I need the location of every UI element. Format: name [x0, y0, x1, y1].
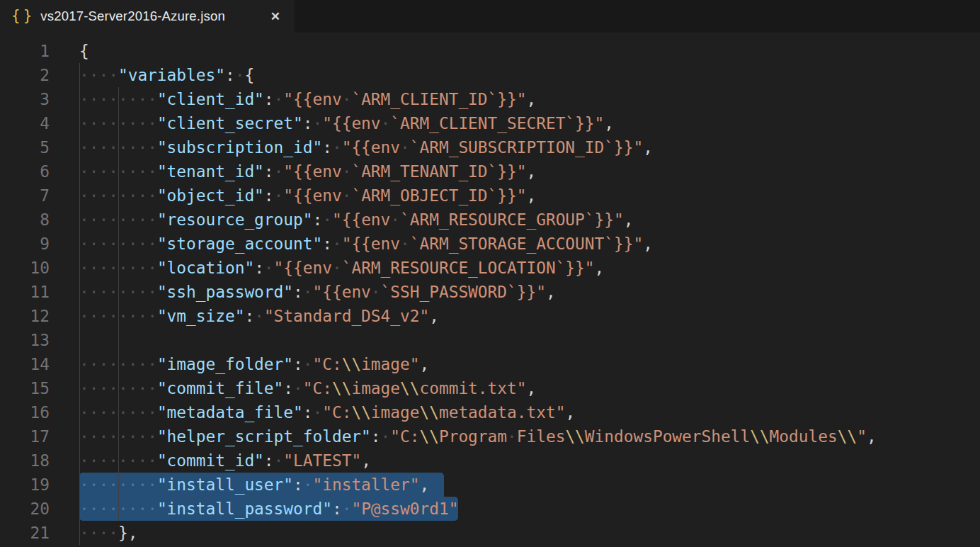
line-number[interactable]: 10: [0, 256, 50, 280]
tab-vs2017-server2016-azure-json[interactable]: {} vs2017-Server2016-Azure.json ✕: [0, 0, 295, 33]
line-number[interactable]: 15: [0, 376, 50, 400]
whitespace-dot: ·: [89, 307, 99, 325]
token: "{{env: [342, 138, 400, 157]
code-line[interactable]: 3········"client_id":·"{{env·`ARM_CLIENT…: [0, 87, 980, 111]
code-line[interactable]: 20········"install_password":·"P@ssw0rd1…: [0, 497, 980, 521]
line-number[interactable]: 8: [0, 208, 50, 232]
code-line[interactable]: 8········"resource_group":·"{{env·`ARM_R…: [0, 208, 980, 232]
line-number[interactable]: 11: [0, 280, 50, 304]
token: ,: [419, 475, 429, 494]
token: ,: [429, 307, 439, 325]
line-number[interactable]: 7: [0, 184, 50, 208]
whitespace-dot: ·: [79, 427, 89, 446]
whitespace-dot: ·: [89, 138, 99, 157]
code-line[interactable]: 5········"subscription_id":·"{{env·`ARM_…: [0, 135, 980, 159]
token: "install_password": [157, 500, 332, 518]
line-number[interactable]: 3: [0, 87, 50, 111]
code-line[interactable]: 1{: [0, 39, 980, 63]
whitespace-dot: ·: [274, 90, 284, 108]
whitespace-dot: ·: [312, 403, 322, 422]
line-number[interactable]: 1: [0, 39, 50, 63]
line-number[interactable]: 6: [0, 159, 50, 184]
code-line[interactable]: 7········"object_id":·"{{env·`ARM_OBJECT…: [0, 184, 980, 208]
whitespace-dot: ·: [147, 186, 157, 205]
token: :: [293, 475, 303, 494]
whitespace-dot: ·: [98, 114, 108, 132]
whitespace-dot: ·: [79, 90, 89, 108]
line-number[interactable]: 21: [0, 521, 50, 545]
code-line[interactable]: 11········"ssh_password":·"{{env·`SSH_PA…: [0, 280, 980, 304]
line-number[interactable]: 18: [0, 449, 50, 473]
close-tab-icon[interactable]: ✕: [270, 9, 280, 24]
line-number[interactable]: 4: [0, 111, 50, 135]
code-line[interactable]: 6········"tenant_id":·"{{env·`ARM_TENANT…: [0, 159, 980, 184]
code-line[interactable]: 21····},: [0, 521, 980, 545]
whitespace-dot: ·: [137, 210, 147, 229]
line-number[interactable]: 2: [0, 63, 50, 87]
line-number[interactable]: 19: [0, 473, 50, 497]
whitespace-dot: ·: [332, 235, 342, 253]
whitespace-dot: ·: [98, 500, 108, 518]
line-number[interactable]: 9: [0, 232, 50, 256]
code-line[interactable]: 12········"vm_size":·"Standard_DS4_v2",: [0, 304, 980, 328]
whitespace-dot: ·: [98, 355, 108, 373]
token: \\: [342, 355, 361, 373]
token: `ARM_RESOURCE_LOCATION`}}": [342, 259, 595, 277]
token: :: [264, 451, 274, 470]
whitespace-dot: ·: [89, 524, 99, 542]
whitespace-dot: ·: [108, 186, 118, 205]
line-number[interactable]: 12: [0, 304, 50, 328]
whitespace-dot: ·: [108, 114, 118, 132]
whitespace-dot: ·: [108, 451, 118, 470]
whitespace-dot: ·: [118, 210, 128, 229]
line-number[interactable]: 20: [0, 497, 50, 521]
whitespace-dot: ·: [108, 427, 118, 446]
whitespace-dot: ·: [108, 307, 118, 325]
token: :: [371, 427, 381, 446]
code-line[interactable]: 14········"image_folder":·"C:\\image",: [0, 352, 980, 376]
token: "resource_group": [157, 210, 313, 229]
code-text: ········"helper_script_folder":·"C:\\Pro…: [79, 424, 877, 449]
whitespace-dot: ·: [147, 500, 157, 518]
whitespace-dot: ·: [128, 475, 138, 494]
line-number[interactable]: 5: [0, 135, 50, 159]
code-line[interactable]: 4········"client_secret":·"{{env·`ARM_CL…: [0, 111, 980, 135]
whitespace-dot: ·: [137, 500, 147, 518]
whitespace-dot: ·: [128, 90, 138, 108]
code-line[interactable]: 15········"commit_file":·"C:\\image\\com…: [0, 376, 980, 400]
token: :: [322, 235, 332, 253]
token: `ARM_OBJECT_ID`}}": [351, 186, 526, 205]
code-line[interactable]: 10········"location":·"{{env·`ARM_RESOUR…: [0, 256, 980, 280]
whitespace-dot: ·: [137, 379, 147, 397]
line-number[interactable]: 13: [0, 328, 50, 352]
line-number[interactable]: 16: [0, 400, 50, 424]
code-line[interactable]: 18········"commit_id":·"LATEST",: [0, 449, 980, 473]
code-line[interactable]: 13: [0, 328, 980, 352]
token: "metadata_file": [157, 403, 303, 422]
line-number[interactable]: 14: [0, 352, 50, 376]
whitespace-dot: ·: [118, 355, 128, 373]
whitespace-dot: ·: [79, 259, 89, 277]
code-line[interactable]: 16········"metadata_file":·"C:\\image\\m…: [0, 400, 980, 424]
token: "client_secret": [157, 114, 303, 132]
token: ,: [526, 90, 536, 108]
token: "{{env: [332, 210, 390, 229]
whitespace-dot: ·: [118, 186, 128, 205]
whitespace-dot: ·: [108, 138, 118, 157]
whitespace-dot: ·: [128, 355, 138, 373]
code-line[interactable]: 9········"storage_account":·"{{env·`ARM_…: [0, 232, 980, 256]
whitespace-dot: ·: [89, 283, 99, 301]
whitespace-dot: ·: [98, 427, 108, 446]
code-line[interactable]: 2····"variables":·{: [0, 63, 980, 87]
token: `ARM_TENANT_ID`}}": [351, 162, 526, 181]
token: ,: [361, 451, 371, 470]
line-number[interactable]: 17: [0, 424, 50, 449]
whitespace-dot: ·: [89, 403, 99, 422]
whitespace-dot: ·: [118, 114, 128, 132]
editor-pane[interactable]: 1{2····"variables":·{3········"client_id…: [0, 33, 980, 547]
code-line[interactable]: 19········"install_user":·"installer",: [0, 473, 980, 497]
code-line[interactable]: 17········"helper_script_folder":·"C:\\P…: [0, 424, 980, 449]
code-text: {: [79, 39, 89, 63]
whitespace-dot: ·: [128, 500, 138, 518]
whitespace-dot: ·: [98, 524, 108, 542]
